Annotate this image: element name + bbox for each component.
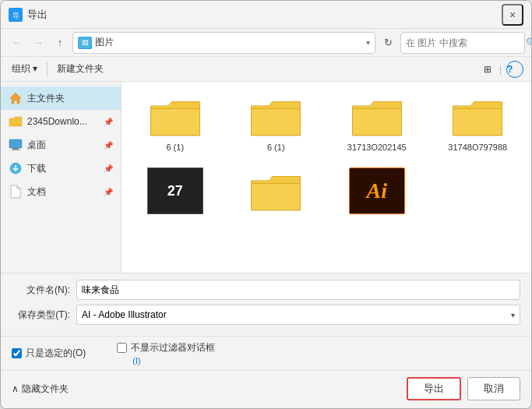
back-button[interactable]: ←: [7, 33, 26, 52]
pin-icon-desktop: 📌: [104, 141, 113, 150]
filename-label: 文件名(N):: [12, 284, 70, 297]
cancel-button[interactable]: 取消: [467, 377, 520, 400]
svg-rect-11: [352, 109, 401, 136]
svg-rect-10: [252, 109, 301, 136]
refresh-button[interactable]: ↻: [379, 33, 397, 52]
folder-icon: [248, 93, 304, 139]
sidebar-item-documents-label: 文档: [27, 185, 99, 199]
main-content: 主文件夹 2345Downlo... 📌: [1, 82, 531, 273]
list-item[interactable]: [229, 163, 324, 222]
svg-rect-13: [252, 184, 301, 210]
address-text: 图片: [95, 36, 363, 49]
filetype-dropdown[interactable]: AI - Adobe Illustrator ▾: [76, 305, 520, 325]
sidebar-item-desktop[interactable]: 桌面 📌: [1, 133, 121, 157]
pin-icon-2345: 📌: [104, 118, 113, 126]
close-button[interactable]: ×: [502, 4, 523, 26]
image-thumbnail: 27: [148, 168, 203, 213]
sidebar-item-desktop-label: 桌面: [27, 139, 99, 152]
export-button[interactable]: 导出: [407, 377, 461, 400]
action-buttons: 导出 取消: [407, 377, 520, 400]
organize-button[interactable]: 组织 ▾: [9, 60, 41, 79]
bottom-form: 文件名(N): 保存类型(T): AI - Adobe Illustrator …: [1, 273, 531, 336]
only-selected-label: 只是选定的(O): [26, 347, 86, 360]
toolbar: 组织 ▾ 新建文件夹 ⊞ | ?: [1, 57, 531, 82]
forward-button[interactable]: →: [29, 33, 48, 52]
no-filter-hint: (I): [132, 356, 215, 365]
sidebar: 主文件夹 2345Downlo... 📌: [1, 82, 122, 273]
file-name: 31748O797988: [448, 143, 507, 152]
ai-file-icon: Ai: [349, 167, 405, 214]
help-button[interactable]: ?: [506, 61, 523, 78]
svg-rect-7: [11, 150, 20, 150]
list-item[interactable]: 31713O202145: [329, 88, 425, 157]
sidebar-item-download-label: 下载: [27, 162, 99, 175]
file-name: 31713O202145: [347, 143, 407, 152]
list-item[interactable]: 6 (1): [128, 88, 223, 157]
folder-icon: [449, 93, 506, 139]
image-number: 27: [167, 183, 183, 199]
address-icon: 🖼: [78, 37, 92, 49]
list-item[interactable]: 6 (1): [229, 88, 324, 157]
sidebar-item-2345-label: 2345Downlo...: [27, 116, 99, 127]
folder-yellow-icon: [9, 115, 23, 129]
hide-folder-label: 隐藏文件夹: [22, 383, 69, 396]
document-icon: [9, 185, 23, 199]
ai-label: Ai: [367, 178, 387, 203]
filetype-value: AI - Adobe Illustrator: [82, 309, 167, 320]
title-bar-title: 导出: [27, 8, 502, 22]
filename-input[interactable]: [76, 280, 520, 300]
nav-bar: ← → ↑ 🖼 图片 ▾ ↻ 🔍: [1, 29, 531, 57]
address-dropdown-arrow[interactable]: ▾: [366, 38, 370, 47]
sidebar-item-home[interactable]: 主文件夹: [1, 86, 121, 110]
options-row: 只是选定的(O) 不显示过滤器对话框 (I): [1, 336, 531, 370]
svg-rect-12: [453, 109, 502, 136]
list-item[interactable]: 31748O797988: [431, 88, 526, 157]
svg-rect-5: [9, 139, 22, 148]
search-input[interactable]: [406, 37, 523, 48]
title-bar-icon: 导: [9, 8, 23, 22]
toolbar-separator: [47, 62, 48, 76]
up-button[interactable]: ↑: [51, 33, 69, 52]
toolbar-separator2: |: [499, 64, 502, 75]
list-item: [431, 163, 526, 222]
svg-rect-6: [12, 148, 19, 150]
desktop-icon: [9, 138, 23, 152]
list-item[interactable]: Ai: [329, 163, 425, 222]
sidebar-item-documents[interactable]: 文档 📌: [1, 180, 121, 203]
file-name: 6 (1): [267, 143, 285, 152]
search-bar[interactable]: 🔍: [400, 32, 525, 54]
filetype-label: 保存类型(T):: [12, 309, 70, 322]
file-name: 6 (1): [166, 143, 184, 152]
dropdown-arrow-icon: ▾: [511, 311, 515, 319]
new-folder-button[interactable]: 新建文件夹: [54, 60, 107, 79]
only-selected-checkbox-label[interactable]: 只是选定的(O): [12, 347, 86, 360]
svg-rect-9: [150, 109, 199, 136]
folder-icon: [349, 93, 405, 139]
filetype-row: 保存类型(T): AI - Adobe Illustrator ▾: [12, 305, 520, 325]
folder-icon: [248, 167, 304, 214]
filename-row: 文件名(N):: [12, 280, 520, 300]
hide-folder-toggle[interactable]: ∧ 隐藏文件夹: [12, 383, 69, 396]
view-button[interactable]: ⊞: [481, 60, 495, 79]
export-dialog: 导 导出 × ← → ↑ 🖼 图片 ▾ ↻ 🔍 组织 ▾ 新建: [0, 0, 532, 409]
chevron-up-icon: ∧: [12, 383, 19, 394]
pin-icon-docs: 📌: [104, 188, 113, 196]
download-icon: [9, 161, 23, 175]
address-bar[interactable]: 🖼 图片 ▾: [72, 32, 375, 54]
sidebar-item-downloads2345[interactable]: 2345Downlo... 📌: [1, 110, 121, 133]
image-file-icon: 27: [147, 167, 203, 214]
svg-marker-4: [10, 93, 21, 104]
toolbar-right: ⊞ | ?: [481, 60, 523, 79]
sidebar-item-download[interactable]: 下载 📌: [1, 157, 121, 180]
no-filter-checkbox-group: 不显示过滤器对话框 (I): [117, 341, 215, 365]
svg-text:导: 导: [12, 12, 19, 19]
folder-icon: [147, 93, 203, 139]
search-icon: 🔍: [526, 37, 532, 48]
svg-text:🖼: 🖼: [82, 40, 88, 47]
pin-icon-download: 📌: [104, 164, 113, 173]
no-filter-checkbox[interactable]: [117, 343, 127, 353]
no-filter-checkbox-label[interactable]: 不显示过滤器对话框: [117, 341, 215, 354]
list-item[interactable]: 27: [128, 163, 223, 222]
only-selected-checkbox[interactable]: [12, 348, 22, 358]
home-icon: [9, 91, 23, 105]
